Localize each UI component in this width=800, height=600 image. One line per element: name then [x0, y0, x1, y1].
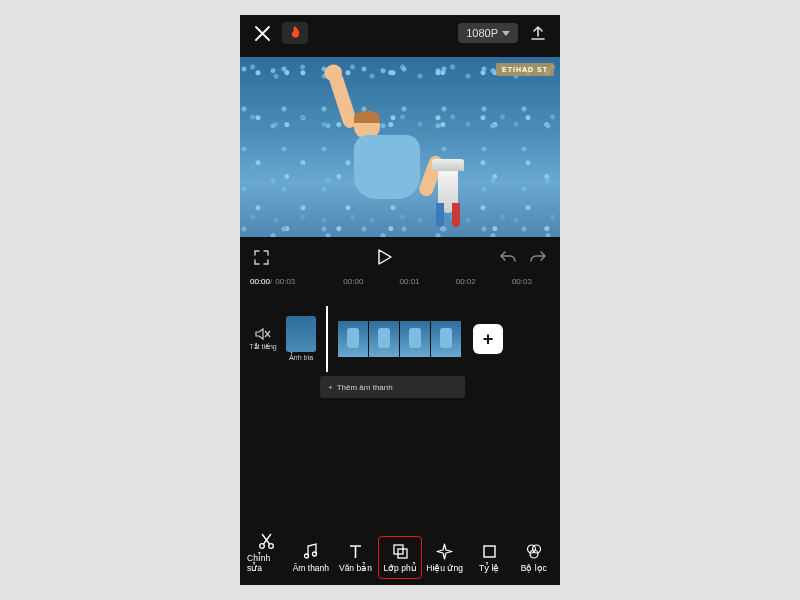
tool-label: Hiệu ứng	[426, 563, 463, 573]
tick: 00:01	[400, 277, 420, 286]
tool-label: Văn bản	[339, 563, 372, 573]
add-clip-button[interactable]: +	[473, 324, 503, 354]
flame-chip[interactable]	[282, 22, 308, 44]
tick-marks: 00:00 00:01 00:02 00:03	[325, 277, 550, 286]
fullscreen-button[interactable]	[254, 250, 269, 265]
scissors-icon	[258, 533, 275, 550]
clip-frame	[369, 321, 399, 357]
svg-point-8	[532, 545, 540, 553]
redo-button[interactable]	[530, 250, 546, 264]
tool-label: Âm thanh	[293, 563, 329, 573]
svg-point-3	[313, 552, 317, 556]
stadium-badge: ETIHAD ST	[496, 63, 554, 76]
current-time: 00:00	[250, 277, 270, 286]
clip-frame	[400, 321, 430, 357]
mute-toggle[interactable]: Tắt tiếng	[248, 327, 278, 351]
tool-overlay[interactable]: Lớp phủ	[378, 536, 423, 579]
play-icon	[378, 249, 392, 265]
svg-point-0	[259, 543, 264, 548]
cover-label: Ảnh bìa	[289, 354, 313, 362]
tool-audio[interactable]: Âm thanh	[289, 536, 334, 579]
plus-icon: +	[483, 329, 494, 350]
tool-effects[interactable]: Hiệu ứng	[422, 536, 467, 579]
speaker-mute-icon	[255, 327, 271, 341]
tick: 00:02	[456, 277, 476, 286]
add-audio-button[interactable]: + Thêm âm thanh	[320, 376, 465, 398]
tool-label: Bộ lọc	[521, 563, 547, 573]
video-editor-app: 1080P ETIHAD ST	[240, 15, 560, 585]
play-button[interactable]	[378, 249, 392, 265]
redo-icon	[530, 250, 546, 264]
video-preview[interactable]: ETIHAD ST	[240, 57, 560, 237]
tool-filters[interactable]: Bộ lọc	[511, 536, 556, 579]
close-button[interactable]	[248, 19, 276, 47]
resolution-label: 1080P	[466, 27, 498, 39]
svg-point-2	[305, 554, 309, 558]
close-icon	[255, 26, 270, 41]
cover-frame-button[interactable]: Ảnh bìa	[286, 316, 316, 362]
text-icon	[347, 543, 364, 560]
undo-icon	[500, 250, 516, 264]
add-audio-label: Thêm âm thanh	[337, 383, 393, 392]
tool-text[interactable]: Văn bản	[333, 536, 378, 579]
clip-frame	[431, 321, 461, 357]
expand-icon	[254, 250, 269, 265]
chevron-down-icon	[502, 31, 510, 36]
clip-frame	[338, 321, 368, 357]
undo-button[interactable]	[500, 250, 516, 264]
svg-rect-6	[484, 546, 495, 557]
upload-icon	[530, 25, 546, 41]
preview-subject	[354, 111, 420, 199]
tool-edit[interactable]: Chỉnh sửa	[244, 526, 289, 579]
duration: 00:03	[275, 277, 295, 286]
bottom-toolbar: Chỉnh sửa Âm thanh Văn bản Lớp phủ Hiệu …	[240, 529, 560, 585]
playhead[interactable]	[326, 306, 328, 372]
tick: 00:03	[512, 277, 532, 286]
svg-point-9	[530, 550, 538, 558]
music-icon	[302, 543, 319, 560]
plus-icon: +	[328, 383, 333, 392]
time-ruler[interactable]: 00:00 / 00:03 00:00 00:01 00:02 00:03	[240, 277, 560, 286]
cover-thumbnail	[286, 316, 316, 352]
top-bar: 1080P	[240, 15, 560, 51]
transport-controls	[240, 237, 560, 277]
svg-point-1	[268, 543, 273, 548]
export-button[interactable]	[524, 19, 552, 47]
resolution-selector[interactable]: 1080P	[458, 23, 518, 43]
sparkle-icon	[436, 543, 453, 560]
tool-label: Chỉnh sửa	[247, 553, 286, 573]
tool-ratio[interactable]: Tỷ lệ	[467, 536, 512, 579]
flame-icon	[290, 26, 301, 40]
tool-label: Lớp phủ	[383, 563, 416, 573]
tool-label: Tỷ lệ	[479, 563, 499, 573]
mute-label: Tắt tiếng	[249, 343, 276, 351]
video-clip[interactable]	[338, 321, 461, 357]
ratio-icon	[481, 543, 498, 560]
overlay-icon	[392, 543, 409, 560]
filter-icon	[525, 543, 543, 560]
tick: 00:00	[343, 277, 363, 286]
timeline[interactable]: Tắt tiếng Ảnh bìa + + Thêm âm thanh	[240, 286, 560, 529]
